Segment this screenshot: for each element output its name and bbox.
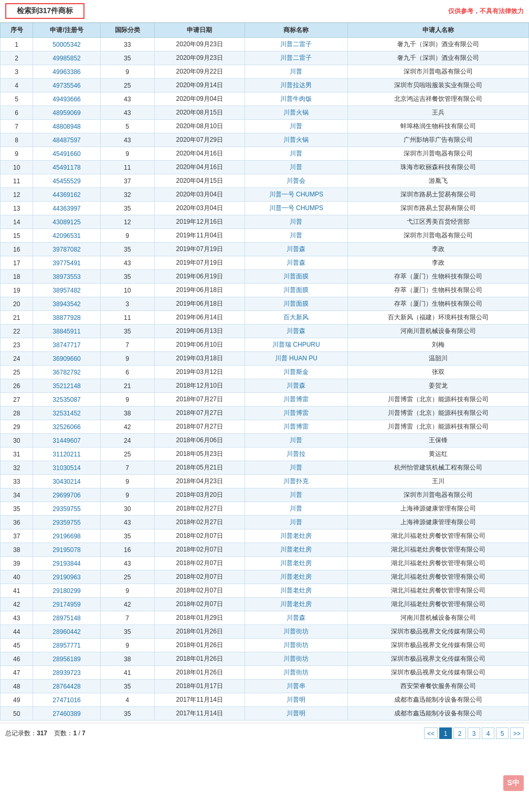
cell-appno[interactable]: 28764428 [33, 680, 101, 693]
cell-appno[interactable]: 44363997 [33, 202, 101, 215]
cell-brand[interactable]: 川普 [245, 434, 347, 447]
cell-brand[interactable]: 川普街坊 [245, 666, 347, 680]
cell-appno[interactable]: 31030514 [33, 461, 101, 475]
cell-appno[interactable]: 44369162 [33, 188, 101, 202]
cell-appno[interactable]: 48487597 [33, 133, 101, 147]
cell-appno[interactable]: 48959069 [33, 106, 101, 120]
cell-brand[interactable]: 川普二雷子 [245, 51, 347, 65]
cell-appno[interactable]: 43089125 [33, 215, 101, 229]
cell-appno[interactable]: 29195078 [33, 543, 101, 557]
cell-brand[interactable]: 川普森 [245, 379, 347, 393]
cell-brand[interactable]: 川普 HUAN PU [245, 352, 347, 366]
cell-appno[interactable]: 39775491 [33, 256, 101, 270]
cell-appno[interactable]: 49985852 [33, 51, 101, 65]
cell-appno[interactable]: 29180299 [33, 584, 101, 598]
cell-brand[interactable]: 川普面膜 [245, 270, 347, 284]
cell-appno[interactable]: 38877928 [33, 311, 101, 325]
cell-appno[interactable]: 28939723 [33, 666, 101, 680]
cell-appno[interactable]: 45491178 [33, 161, 101, 174]
cell-appno[interactable]: 28960442 [33, 625, 101, 639]
cell-brand[interactable]: 川普老灶房 [245, 543, 347, 557]
cell-brand[interactable]: 川普一号 CHUMPS [245, 188, 347, 202]
cell-appno[interactable]: 27460389 [33, 707, 101, 721]
cell-appno[interactable]: 29174959 [33, 598, 101, 611]
cell-appno[interactable]: 35212148 [33, 379, 101, 393]
cell-brand[interactable]: 川普 [245, 516, 347, 529]
cell-appno[interactable]: 50005342 [33, 38, 101, 51]
cell-appno[interactable]: 29196698 [33, 529, 101, 543]
cell-appno[interactable]: 31449607 [33, 434, 101, 447]
cell-brand[interactable]: 川普老灶房 [245, 584, 347, 598]
cell-brand[interactable]: 川普 [245, 147, 347, 161]
cell-brand[interactable]: 川普牛肉饭 [245, 92, 347, 106]
cell-brand[interactable]: 川普拉达男 [245, 79, 347, 92]
page-3-btn[interactable]: 3 [468, 727, 480, 739]
page-prev-btn[interactable]: << [424, 727, 438, 739]
cell-appno[interactable]: 30430214 [33, 475, 101, 488]
cell-appno[interactable]: 45455529 [33, 174, 101, 188]
cell-brand[interactable]: 川普火锅 [245, 106, 347, 120]
cell-appno[interactable]: 29359755 [33, 502, 101, 516]
cell-brand[interactable]: 川普斯金 [245, 366, 347, 379]
cell-brand[interactable]: 川普明 [245, 707, 347, 721]
cell-appno[interactable]: 38957482 [33, 284, 101, 297]
cell-appno[interactable]: 49963386 [33, 65, 101, 79]
cell-appno[interactable]: 49493666 [33, 92, 101, 106]
cell-appno[interactable]: 38943542 [33, 297, 101, 311]
cell-brand[interactable]: 川普博雷 [245, 420, 347, 434]
cell-appno[interactable]: 48808948 [33, 120, 101, 133]
cell-appno[interactable]: 32526066 [33, 420, 101, 434]
cell-brand[interactable]: 川普 [245, 215, 347, 229]
cell-brand[interactable]: 川普 [245, 229, 347, 243]
cell-appno[interactable]: 28956189 [33, 652, 101, 666]
cell-brand[interactable]: 川普博雷 [245, 407, 347, 420]
page-5-btn[interactable]: 5 [496, 727, 509, 739]
cell-brand[interactable]: 川普老灶房 [245, 529, 347, 543]
cell-appno[interactable]: 36909660 [33, 352, 101, 366]
cell-brand[interactable]: 百大新风 [245, 311, 347, 325]
cell-brand[interactable]: 川普森 [245, 243, 347, 256]
cell-appno[interactable]: 32531452 [33, 407, 101, 420]
cell-brand[interactable]: 川普火锅 [245, 133, 347, 147]
page-4-btn[interactable]: 4 [482, 727, 494, 739]
cell-appno[interactable]: 38973553 [33, 270, 101, 284]
cell-brand[interactable]: 川普街坊 [245, 639, 347, 652]
cell-brand[interactable]: 川普 [245, 461, 347, 475]
cell-brand[interactable]: 川普面膜 [245, 284, 347, 297]
cell-appno[interactable]: 29193844 [33, 557, 101, 570]
cell-appno[interactable]: 32535087 [33, 393, 101, 407]
cell-appno[interactable]: 29190963 [33, 570, 101, 584]
cell-appno[interactable]: 28957771 [33, 639, 101, 652]
cell-appno[interactable]: 31120211 [33, 447, 101, 461]
cell-brand[interactable]: 川普老灶房 [245, 598, 347, 611]
cell-brand[interactable]: 川普二雷子 [245, 38, 347, 51]
cell-appno[interactable]: 29699706 [33, 488, 101, 502]
page-2-btn[interactable]: 2 [453, 727, 466, 739]
cell-brand[interactable]: 川普街坊 [245, 652, 347, 666]
cell-appno[interactable]: 38845911 [33, 325, 101, 338]
cell-appno[interactable]: 42096531 [33, 229, 101, 243]
cell-brand[interactable]: 川普瑞 CHPURU [245, 338, 347, 352]
cell-brand[interactable]: 川普串 [245, 680, 347, 693]
cell-brand[interactable]: 川普森 [245, 611, 347, 625]
cell-brand[interactable]: 川普 [245, 488, 347, 502]
cell-brand[interactable]: 川普会 [245, 174, 347, 188]
cell-brand[interactable]: 川普一号 CHUMPS [245, 202, 347, 215]
cell-appno[interactable]: 27471016 [33, 693, 101, 707]
cell-brand[interactable]: 川普 [245, 502, 347, 516]
cell-brand[interactable]: 川普森 [245, 325, 347, 338]
cell-appno[interactable]: 28975148 [33, 611, 101, 625]
cell-brand[interactable]: 川普 [245, 120, 347, 133]
page-1-btn[interactable]: 1 [439, 727, 452, 739]
page-next-btn[interactable]: >> [510, 727, 524, 739]
cell-brand[interactable]: 川普街坊 [245, 625, 347, 639]
cell-brand[interactable]: 川普森 [245, 256, 347, 270]
cell-brand[interactable]: 川普明 [245, 693, 347, 707]
cell-brand[interactable]: 川普拉 [245, 447, 347, 461]
cell-appno[interactable]: 45491660 [33, 147, 101, 161]
cell-brand[interactable]: 川普扑克 [245, 475, 347, 488]
cell-appno[interactable]: 36782792 [33, 366, 101, 379]
cell-brand[interactable]: 川普博雷 [245, 393, 347, 407]
cell-brand[interactable]: 川普面膜 [245, 297, 347, 311]
cell-brand[interactable]: 川普老灶房 [245, 570, 347, 584]
